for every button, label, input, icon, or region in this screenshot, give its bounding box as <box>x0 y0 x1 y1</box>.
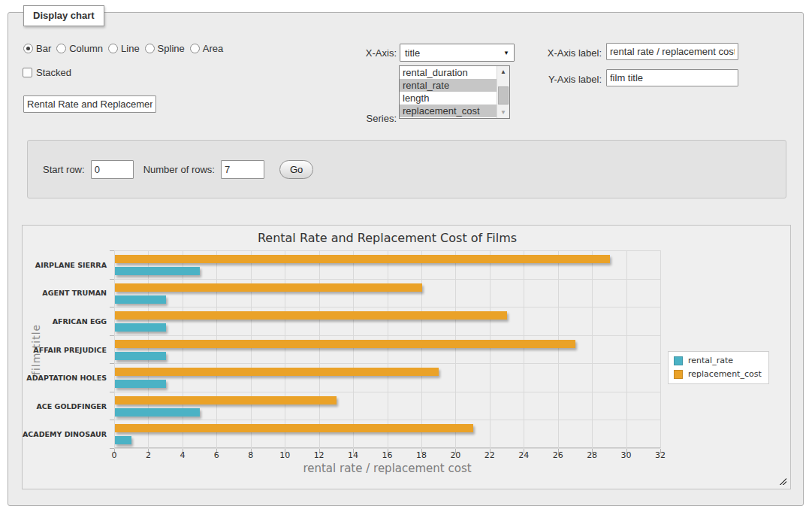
y-tick-mark <box>110 420 114 420</box>
x-tick-label: 28 <box>579 450 605 460</box>
bar-replacement_cost <box>115 368 439 376</box>
category-label: ACADEMY DINOSAUR <box>23 430 107 438</box>
resize-grip-icon[interactable] <box>778 477 786 485</box>
scrollbar-thumb[interactable] <box>498 86 509 105</box>
gridline <box>660 250 661 448</box>
x-tick-label: 20 <box>442 450 468 460</box>
x-axis-label-input[interactable] <box>606 43 738 60</box>
bar-replacement_cost <box>115 396 337 404</box>
gridline <box>114 307 660 308</box>
gridline <box>592 250 593 448</box>
chart-type-radio-group: BarColumnLineSplineArea <box>23 43 223 54</box>
x-tick-label: 30 <box>614 450 639 460</box>
num-rows-input[interactable] <box>221 160 264 179</box>
legend-swatch-replacement_cost <box>674 370 683 379</box>
legend-label: replacement_cost <box>688 369 762 379</box>
radio-column[interactable] <box>56 44 66 53</box>
radio-label-area: Area <box>203 43 223 54</box>
gridline <box>353 250 354 448</box>
category-label: AFRICAN EGG <box>23 317 107 325</box>
y-tick-mark <box>110 392 114 392</box>
x-axis-label-caption: X-Axis label: <box>497 47 602 59</box>
gridline <box>183 250 183 448</box>
x-tick-label: 18 <box>409 450 434 460</box>
y-tick-mark <box>110 307 114 308</box>
radio-label-line: Line <box>121 43 140 54</box>
series-options: rental_durationrental_ratelengthreplacem… <box>400 66 497 118</box>
bar-rental_rate <box>115 267 200 275</box>
category-label: AFFAIR PREJUDICE <box>23 345 107 353</box>
radio-label-spline: Spline <box>158 43 185 54</box>
x-tick-label: 14 <box>340 450 366 460</box>
radio-bar[interactable] <box>23 44 33 53</box>
category-label: AIRPLANE SIERRA <box>23 260 107 268</box>
row-range-panel: Start row: Number of rows: Go <box>27 140 786 198</box>
x-tick-label: 26 <box>545 450 571 460</box>
gridline <box>114 250 115 448</box>
start-row-input[interactable] <box>91 160 134 179</box>
go-button[interactable]: Go <box>279 160 313 179</box>
gridline <box>114 335 660 336</box>
y-axis-label-input[interactable] <box>606 69 738 86</box>
series-option-rental_duration[interactable]: rental_duration <box>400 66 497 79</box>
x-tick-label: 24 <box>511 450 536 460</box>
stacked-label: Stacked <box>36 67 71 78</box>
radio-label-bar: Bar <box>36 43 51 54</box>
x-tick-label: 22 <box>477 450 503 460</box>
radio-option-line: Line <box>108 43 140 54</box>
display-chart-panel: Display chart BarColumnLineSplineArea St… <box>8 12 804 506</box>
x-tick-label: 32 <box>647 450 673 460</box>
series-option-length[interactable]: length <box>400 92 497 105</box>
gridline <box>421 250 422 448</box>
chart-title-input[interactable] <box>23 95 156 113</box>
gridline <box>285 250 285 448</box>
bar-rental_rate <box>115 352 166 360</box>
y-axis-label-caption: Y-Axis label: <box>497 74 602 85</box>
num-rows-caption: Number of rows: <box>143 164 215 175</box>
stacked-checkbox[interactable] <box>23 68 32 77</box>
series-option-replacement_cost[interactable]: replacement_cost <box>400 105 497 117</box>
radio-spline[interactable] <box>145 44 155 53</box>
plot-area <box>114 250 660 448</box>
radio-line[interactable] <box>108 44 118 53</box>
x-tick-label: 6 <box>204 450 229 460</box>
x-tick-label: 12 <box>306 450 332 460</box>
bar-rental_rate <box>115 408 200 417</box>
x-tick-label: 2 <box>135 450 161 460</box>
radio-option-bar: Bar <box>23 43 51 54</box>
bar-replacement_cost <box>115 283 422 292</box>
x-tick-label: 0 <box>101 450 127 460</box>
bar-replacement_cost <box>115 424 473 432</box>
series-option-rental_rate[interactable]: rental_rate <box>400 79 497 92</box>
radio-option-area: Area <box>190 43 223 54</box>
gridline <box>114 279 660 280</box>
x-tick-label: 16 <box>375 450 400 460</box>
start-row-caption: Start row: <box>43 164 85 175</box>
category-label: AGENT TRUMAN <box>23 289 107 297</box>
radio-area[interactable] <box>190 44 200 53</box>
legend-item-rental_rate: rental_rate <box>674 356 762 365</box>
chart-title: Rental Rate and Replacement Cost of Film… <box>114 231 660 245</box>
scroll-down-icon[interactable]: ▼ <box>497 107 509 118</box>
gridline <box>114 363 660 364</box>
bar-replacement_cost <box>115 340 575 348</box>
gridline <box>558 250 559 448</box>
gridline <box>319 250 320 448</box>
chart-container: Rental Rate and Replacement Cost of Film… <box>22 225 791 489</box>
y-tick-mark <box>110 250 114 251</box>
gridline <box>114 448 660 449</box>
radio-option-column: Column <box>56 43 103 54</box>
gridline <box>216 250 217 448</box>
radio-option-spline: Spline <box>145 43 185 54</box>
gridline <box>148 250 149 448</box>
gridline <box>388 250 388 448</box>
x-tick-label: 10 <box>272 450 297 460</box>
bar-rental_rate <box>115 295 166 304</box>
gridline <box>490 250 491 448</box>
bar-rental_rate <box>115 436 131 444</box>
x-axis-caption: X-Axis: <box>324 47 397 59</box>
bar-rental_rate <box>115 323 166 332</box>
category-label: ADAPTATION HOLES <box>23 374 107 382</box>
series-multiselect[interactable]: rental_durationrental_ratelengthreplacem… <box>399 65 510 119</box>
bar-replacement_cost <box>115 255 610 263</box>
